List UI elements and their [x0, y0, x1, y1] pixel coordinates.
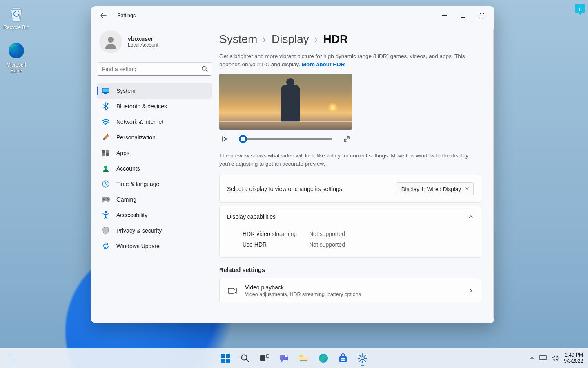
svg-point-13: [104, 166, 107, 169]
search-box[interactable]: [97, 62, 212, 76]
nav-network[interactable]: Network & internet: [97, 114, 212, 130]
play-button[interactable]: [219, 134, 230, 144]
video-icon: [227, 285, 238, 296]
chevron-up-icon: [468, 214, 474, 220]
search-icon: [201, 65, 208, 72]
capabilities-list: HDR video streaming Not supported Use HD…: [220, 227, 481, 257]
more-about-hdr-link[interactable]: More about HDR: [302, 61, 345, 67]
svg-rect-11: [102, 153, 105, 156]
nav-system[interactable]: System: [97, 83, 212, 99]
capability-row: HDR video streaming Not supported: [243, 229, 474, 239]
seek-slider[interactable]: [239, 135, 332, 143]
svg-point-39: [361, 357, 364, 360]
nav-gaming[interactable]: Gaming: [97, 192, 212, 207]
nav-update[interactable]: Windows Update: [97, 238, 212, 254]
hdr-description: Get a brighter and more vibrant picture …: [219, 52, 481, 68]
crumb-display[interactable]: Display: [272, 33, 309, 46]
svg-point-17: [105, 211, 107, 213]
nav-personalization[interactable]: Personalization: [97, 130, 212, 145]
svg-rect-7: [104, 93, 107, 94]
minimize-button[interactable]: [435, 9, 454, 22]
nav-label: Gaming: [116, 196, 136, 203]
svg-rect-10: [106, 150, 109, 153]
display-select-dropdown[interactable]: Display 1: Wired Display: [396, 182, 474, 195]
display-select-label: Select a display to view or change its s…: [227, 186, 342, 192]
nav-accounts[interactable]: Accounts: [97, 161, 212, 176]
personalization-icon: [102, 133, 110, 141]
tray-clock[interactable]: 2:49 PM 9/3/2022: [564, 352, 583, 364]
taskbar-edge[interactable]: [315, 350, 332, 367]
preview-note: The preview shows what video will look l…: [219, 152, 481, 168]
tray-overflow[interactable]: [530, 356, 535, 361]
apps-icon: [102, 149, 110, 157]
time-icon: [102, 180, 110, 188]
related-subtitle: Video adjustments, HDR streaming, batter…: [245, 292, 361, 297]
settings-window: Settings vboxuser Local Account: [91, 6, 494, 323]
back-button[interactable]: [97, 9, 110, 22]
svg-point-8: [105, 124, 107, 125]
svg-rect-29: [266, 355, 269, 357]
tray-volume-icon[interactable]: [552, 355, 559, 361]
svg-rect-0: [12, 8, 20, 9]
nav-label: Privacy & security: [116, 227, 162, 234]
svg-rect-24: [226, 354, 230, 358]
nav-time[interactable]: Time & language: [97, 176, 212, 192]
nav-accessibility[interactable]: Accessibility: [97, 207, 212, 223]
taskbar-explorer[interactable]: [295, 350, 312, 367]
svg-rect-9: [102, 150, 105, 153]
accessibility-icon: [102, 211, 110, 219]
svg-rect-23: [221, 354, 225, 358]
edge-icon: [7, 41, 26, 61]
start-button[interactable]: [217, 350, 234, 367]
taskbar-search[interactable]: [236, 350, 254, 367]
privacy-icon: [102, 227, 110, 235]
nav-label: Apps: [116, 150, 129, 156]
svg-rect-12: [106, 153, 109, 156]
video-controls: [219, 134, 352, 144]
display-capabilities-header[interactable]: Display capabilities: [220, 206, 481, 227]
close-button[interactable]: [472, 9, 491, 22]
taskbar-settings[interactable]: [354, 350, 371, 367]
video-playback-link[interactable]: Video playback Video adjustments, HDR st…: [219, 278, 481, 303]
breadcrumb: System › Display › HDR: [219, 33, 481, 46]
maximize-button[interactable]: [454, 9, 472, 22]
task-view[interactable]: [256, 350, 273, 367]
svg-point-16: [108, 199, 109, 200]
svg-rect-34: [339, 356, 347, 362]
crumb-system[interactable]: System: [219, 33, 257, 46]
network-icon: [102, 118, 110, 126]
display-select-card: Select a display to view or change its s…: [219, 175, 481, 203]
bluetooth-icon: [102, 102, 110, 110]
accounts-icon: [102, 164, 110, 173]
taskbar-store[interactable]: [334, 350, 352, 367]
desktop-icon-recycle-bin[interactable]: Recycle Bin: [0, 3, 33, 30]
desktop-icon-label: Recycle Bin: [0, 25, 33, 30]
crumb-current: HDR: [323, 33, 348, 46]
svg-point-30: [285, 354, 288, 357]
system-tray: 2:49 PM 9/3/2022: [530, 352, 588, 364]
search-input[interactable]: [97, 62, 212, 76]
nav-label: Accessibility: [116, 212, 147, 218]
nav-label: Accounts: [116, 165, 140, 172]
svg-rect-26: [226, 359, 230, 363]
helper-overlay-icon[interactable]: ¡: [575, 4, 585, 13]
desktop-icon-edge[interactable]: Microsoft Edge: [0, 41, 33, 74]
tray-display-icon[interactable]: [539, 355, 547, 361]
slider-thumb[interactable]: [239, 135, 247, 143]
fullscreen-button[interactable]: [341, 134, 352, 144]
scrollbar[interactable]: [493, 29, 494, 318]
svg-rect-35: [341, 358, 343, 359]
taskbar-chat[interactable]: [276, 350, 293, 367]
hdr-preview-image: [219, 74, 352, 130]
related-title: Video playback: [245, 284, 361, 291]
profile-block[interactable]: vboxuser Local Account: [97, 25, 212, 62]
svg-rect-25: [221, 359, 225, 363]
svg-rect-2: [461, 13, 465, 18]
capability-row: Use HDR Not supported: [243, 239, 474, 250]
nav-apps[interactable]: Apps: [97, 145, 212, 161]
recycle-bin-icon: [7, 3, 26, 23]
nav-privacy[interactable]: Privacy & security: [97, 223, 212, 238]
taskbar: 2:49 PM 9/3/2022: [0, 348, 588, 368]
nav-bluetooth[interactable]: Bluetooth & devices: [97, 99, 212, 114]
update-icon: [102, 242, 110, 250]
